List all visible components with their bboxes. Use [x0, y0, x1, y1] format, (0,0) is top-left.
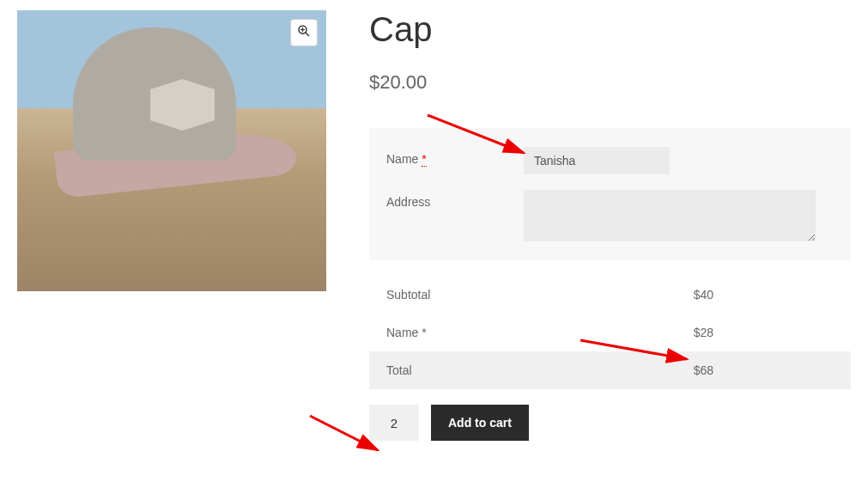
product-image-container	[17, 10, 326, 441]
subtotal-label: Subtotal	[386, 288, 430, 302]
add-to-cart-button[interactable]: Add to cart	[431, 405, 529, 441]
address-textarea[interactable]	[524, 190, 816, 241]
product-title: Cap	[369, 10, 851, 49]
total-row: Total $68	[369, 351, 851, 389]
svg-line-1	[306, 33, 309, 36]
product-details: Cap $20.00 Name * Address Subtotal $40 N…	[369, 10, 851, 441]
addon-name-label: Name *	[386, 326, 427, 339]
total-value: $68	[694, 363, 834, 377]
product-image[interactable]	[17, 10, 326, 291]
subtotal-value: $40	[694, 288, 834, 302]
name-input[interactable]	[524, 147, 670, 174]
quantity-input[interactable]	[369, 405, 419, 441]
addon-name-row: Name * $28	[369, 314, 851, 351]
total-label: Total	[386, 363, 412, 377]
pricing-breakdown: Subtotal $40 Name * $28 Total $68	[369, 276, 851, 389]
zoom-button[interactable]	[290, 19, 318, 46]
address-field-label: Address	[386, 190, 524, 209]
subtotal-row: Subtotal $40	[369, 276, 851, 314]
add-to-cart-row: Add to cart	[369, 405, 851, 441]
addon-name-value: $28	[694, 326, 834, 339]
custom-fields-form: Name * Address	[369, 128, 851, 260]
search-plus-icon	[297, 24, 311, 41]
required-asterisk: *	[422, 152, 426, 167]
name-field-label: Name *	[386, 147, 524, 166]
product-price: $20.00	[369, 71, 851, 94]
